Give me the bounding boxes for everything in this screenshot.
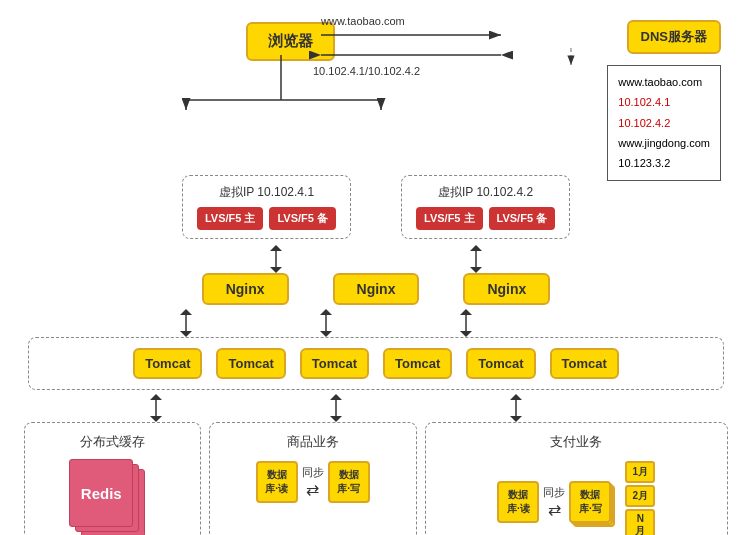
tomcat-4: Tomcat — [383, 348, 452, 379]
dns-server-box: DNS服务器 — [627, 20, 721, 54]
dns-server-label: DNS服务器 — [641, 29, 707, 44]
month-1: 1月 — [625, 461, 655, 483]
lvs-buttons-2: LVS/F5 主 LVS/F5 备 — [416, 207, 555, 230]
tomcat-2: Tomcat — [216, 348, 285, 379]
payment-db-write-stack: 数据库·写 数据库·写 数据库·写 — [569, 481, 611, 523]
service-payment-title: 支付业务 — [434, 433, 719, 451]
service-product-title: 商品业务 — [218, 433, 408, 451]
product-sync-arrow: 同步 ⇄ — [302, 465, 324, 499]
tomcat-to-services-arrows — [10, 394, 742, 422]
nginx-tomcat-arrows-svg — [126, 309, 626, 337]
lvs-btn-backup-2: LVS/F5 备 — [489, 207, 556, 230]
svg-marker-16 — [470, 267, 482, 273]
svg-marker-13 — [270, 267, 282, 273]
redis-label: Redis — [81, 485, 122, 502]
tomcat-3: Tomcat — [300, 348, 369, 379]
redis-stack: Redis — [67, 459, 157, 535]
dns-info-box: www.taobao.com 10.102.4.1 10.102.4.2 www… — [607, 65, 721, 181]
nginx-box-3: Nginx — [463, 273, 550, 305]
dns-line3: 10.102.4.2 — [618, 113, 710, 133]
svg-marker-31 — [330, 416, 342, 422]
svg-marker-28 — [150, 416, 162, 422]
lvs-group-2-label: 虚拟IP 10.102.4.2 — [416, 184, 555, 201]
svg-marker-23 — [320, 309, 332, 315]
tomcat-1: Tomcat — [133, 348, 202, 379]
lvs-to-nginx-arrows — [10, 245, 742, 273]
tomcat-6: Tomcat — [550, 348, 619, 379]
dns-line1: www.taobao.com — [618, 72, 710, 92]
redis-card-1: Redis — [69, 459, 133, 527]
service-cache: 分布式缓存 Redis — [24, 422, 201, 535]
arrow-label-ip: 10.102.4.1/10.102.4.2 — [313, 65, 420, 77]
svg-marker-32 — [330, 394, 342, 400]
arrow-label-taobao: www.taobao.com — [321, 15, 405, 27]
lvs-buttons-1: LVS/F5 主 LVS/F5 备 — [197, 207, 336, 230]
mid-arrows-svg — [176, 245, 576, 273]
tomcat-services-arrows-svg — [76, 394, 676, 422]
lvs-btn-backup-1: LVS/F5 备 — [269, 207, 336, 230]
dns-line2: 10.102.4.1 — [618, 92, 710, 112]
payment-months: 1月 2月 N月 — [625, 461, 655, 535]
product-db-read: 数据库·读 — [256, 461, 298, 503]
product-db-sync: 数据库·读 同步 ⇄ 数据库·写 — [218, 461, 408, 503]
svg-marker-25 — [460, 331, 472, 337]
svg-marker-26 — [460, 309, 472, 315]
dns-line5: 10.123.3.2 — [618, 153, 710, 173]
payment-db-sync: 数据库·读 同步 ⇄ 数据库·写 数据库·写 数据库·写 1月 2月 N月 — [434, 461, 719, 535]
nginx-box-1: Nginx — [202, 273, 289, 305]
payment-sync-arrow: 同步 ⇄ — [543, 485, 565, 519]
dns-line4: www.jingdong.com — [618, 133, 710, 153]
tomcat-section: Tomcat Tomcat Tomcat Tomcat Tomcat Tomca… — [28, 337, 724, 390]
payment-db-read: 数据库·读 — [497, 481, 539, 523]
services-row: 分布式缓存 Redis 商品业务 数据库·读 同步 ⇄ 数据库·写 — [24, 422, 728, 535]
service-cache-title: 分布式缓存 — [33, 433, 192, 451]
service-payment: 支付业务 数据库·读 同步 ⇄ 数据库·写 数据库·写 数据库·写 1月 2月 … — [425, 422, 728, 535]
month-n: N月 — [625, 509, 655, 535]
svg-marker-20 — [180, 309, 192, 315]
nginx-to-tomcat-arrows — [10, 309, 742, 337]
lvs-btn-master-1: LVS/F5 主 — [197, 207, 264, 230]
lvs-btn-master-2: LVS/F5 主 — [416, 207, 483, 230]
nginx-box-2: Nginx — [333, 273, 420, 305]
svg-marker-22 — [320, 331, 332, 337]
svg-marker-17 — [470, 245, 482, 251]
lvs-group-1-label: 虚拟IP 10.102.4.1 — [197, 184, 336, 201]
svg-marker-35 — [510, 394, 522, 400]
product-db-write: 数据库·写 — [328, 461, 370, 503]
payment-db-write-front: 数据库·写 — [569, 481, 611, 523]
browser-label: 浏览器 — [268, 32, 313, 49]
svg-marker-29 — [150, 394, 162, 400]
tomcat-5: Tomcat — [466, 348, 535, 379]
nginx-row: Nginx Nginx Nginx — [10, 273, 742, 305]
browser-box: 浏览器 — [246, 22, 335, 61]
svg-marker-14 — [270, 245, 282, 251]
svg-marker-34 — [510, 416, 522, 422]
svg-marker-19 — [180, 331, 192, 337]
month-2: 2月 — [625, 485, 655, 507]
service-product: 商品业务 数据库·读 同步 ⇄ 数据库·写 — [209, 422, 417, 535]
